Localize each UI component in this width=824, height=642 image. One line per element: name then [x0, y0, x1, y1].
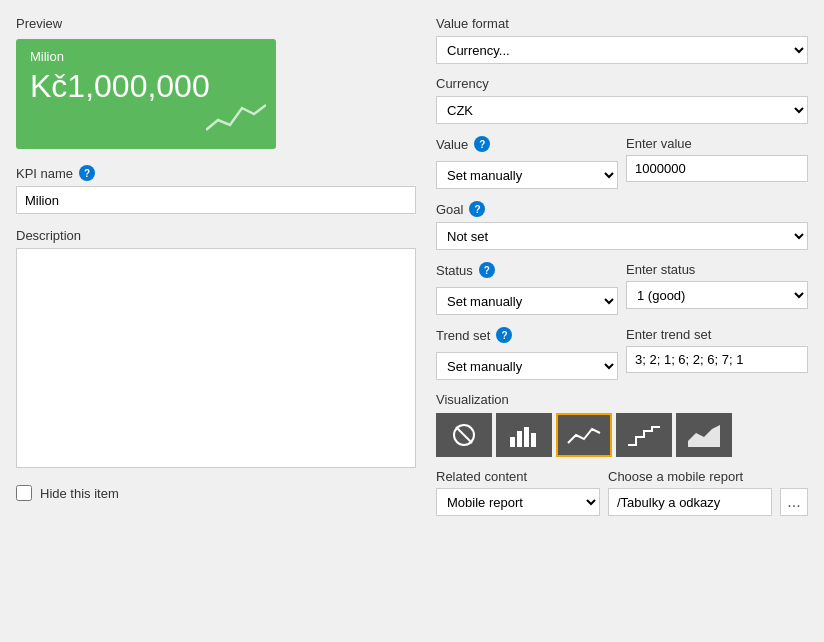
kpi-name-label: KPI name — [16, 166, 73, 181]
enter-status-label: Enter status — [626, 262, 808, 277]
preview-card: Milion Kč1,000,000 — [16, 39, 276, 149]
mobile-report-path-input[interactable] — [608, 488, 772, 516]
svg-rect-2 — [510, 437, 515, 447]
svg-rect-3 — [517, 431, 522, 447]
hide-item-label: Hide this item — [40, 486, 119, 501]
related-right: Choose a mobile report — [608, 469, 772, 516]
viz-ban-button[interactable] — [436, 413, 492, 457]
trend-label: Trend set — [436, 328, 490, 343]
visualization-section: Visualization — [436, 392, 808, 457]
viz-bars-button[interactable] — [496, 413, 552, 457]
viz-steps-button[interactable] — [616, 413, 672, 457]
enter-trend-input[interactable] — [626, 346, 808, 373]
trend-method-select[interactable]: Set manually — [436, 352, 618, 380]
status-method-select[interactable]: Set manually — [436, 287, 618, 315]
enter-trend-label: Enter trend set — [626, 327, 808, 342]
viz-line-button[interactable] — [556, 413, 612, 457]
svg-line-1 — [456, 427, 472, 443]
goal-label: Goal — [436, 202, 463, 217]
viz-area-button[interactable] — [676, 413, 732, 457]
status-label: Status — [436, 263, 473, 278]
preview-card-title: Milion — [30, 49, 262, 64]
status-help-icon[interactable]: ? — [479, 262, 495, 278]
enter-value-input[interactable] — [626, 155, 808, 182]
value-label: Value — [436, 137, 468, 152]
value-method-select[interactable]: Set manually — [436, 161, 618, 189]
description-input[interactable] — [16, 248, 416, 468]
svg-marker-6 — [688, 425, 720, 447]
trend-help-icon[interactable]: ? — [496, 327, 512, 343]
currency-select[interactable]: CZK — [436, 96, 808, 124]
mobile-report-select[interactable]: Mobile report — [436, 488, 600, 516]
description-label: Description — [16, 228, 81, 243]
status-row: Status ? Set manually Enter status 1 (go… — [436, 262, 808, 315]
description-field: Description — [16, 228, 416, 471]
related-left: Related content Mobile report — [436, 469, 600, 516]
preview-chart-icon — [206, 100, 266, 139]
hide-item-row: Hide this item — [16, 485, 416, 501]
goal-select[interactable]: Not set — [436, 222, 808, 250]
goal-help-icon[interactable]: ? — [469, 201, 485, 217]
goal-row: Goal ? Not set — [436, 201, 808, 250]
enter-status-select[interactable]: 1 (good) — [626, 281, 808, 309]
value-row: Value ? Set manually Enter value — [436, 136, 808, 189]
value-help-icon[interactable]: ? — [474, 136, 490, 152]
kpi-name-help-icon[interactable]: ? — [79, 165, 95, 181]
value-format-row: Value format Currency... — [436, 16, 808, 64]
related-label: Related content — [436, 469, 600, 484]
currency-label: Currency — [436, 76, 489, 91]
ellipsis-button[interactable]: ... — [780, 488, 808, 516]
preview-label: Preview — [16, 16, 416, 31]
svg-rect-5 — [531, 433, 536, 447]
kpi-name-input[interactable] — [16, 186, 416, 214]
related-content-section: Related content Mobile report Choose a m… — [436, 469, 808, 516]
svg-rect-4 — [524, 427, 529, 447]
hide-item-checkbox[interactable] — [16, 485, 32, 501]
related-row: Related content Mobile report Choose a m… — [436, 469, 808, 516]
kpi-name-field: KPI name ? — [16, 165, 416, 214]
mobile-report-label: Choose a mobile report — [608, 469, 772, 484]
value-format-select[interactable]: Currency... — [436, 36, 808, 64]
trend-row: Trend set ? Set manually Enter trend set — [436, 327, 808, 380]
enter-value-label: Enter value — [626, 136, 808, 151]
visualization-buttons — [436, 413, 808, 457]
ellipsis-container: ... — [780, 488, 808, 516]
currency-row: Currency CZK — [436, 76, 808, 124]
value-format-label: Value format — [436, 16, 509, 31]
visualization-label: Visualization — [436, 392, 509, 407]
